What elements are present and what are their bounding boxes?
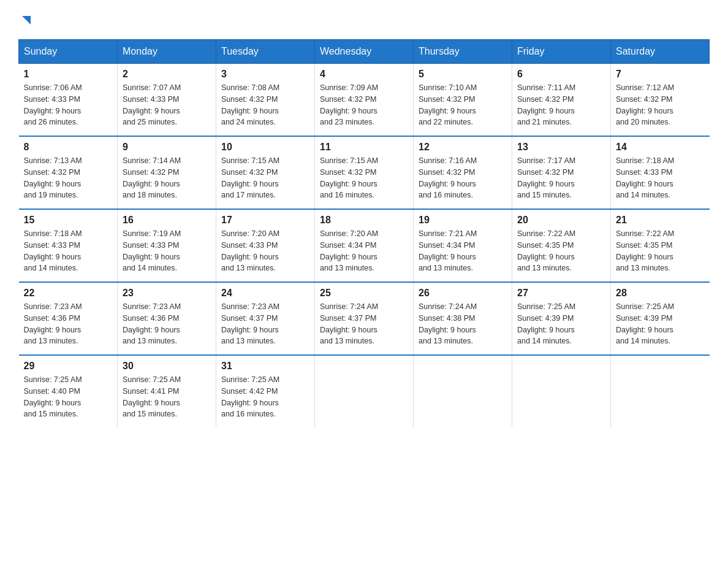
day-cell: 13 Sunrise: 7:17 AMSunset: 4:32 PMDaylig… xyxy=(512,136,611,209)
day-info: Sunrise: 7:24 AMSunset: 4:38 PMDaylight:… xyxy=(419,301,507,347)
day-cell: 5 Sunrise: 7:10 AMSunset: 4:32 PMDayligh… xyxy=(414,64,512,137)
day-cell: 2 Sunrise: 7:07 AMSunset: 4:33 PMDayligh… xyxy=(118,64,216,137)
day-cell: 1 Sunrise: 7:06 AMSunset: 4:33 PMDayligh… xyxy=(19,64,118,137)
day-cell: 31 Sunrise: 7:25 AMSunset: 4:42 PMDaylig… xyxy=(216,355,315,427)
day-cell: 28 Sunrise: 7:25 AMSunset: 4:39 PMDaylig… xyxy=(611,282,710,355)
day-cell: 23 Sunrise: 7:23 AMSunset: 4:36 PMDaylig… xyxy=(118,282,216,355)
week-row-1: 1 Sunrise: 7:06 AMSunset: 4:33 PMDayligh… xyxy=(19,64,710,137)
day-info: Sunrise: 7:22 AMSunset: 4:35 PMDaylight:… xyxy=(616,228,705,274)
day-cell: 24 Sunrise: 7:23 AMSunset: 4:37 PMDaylig… xyxy=(216,282,315,355)
day-info: Sunrise: 7:25 AMSunset: 4:39 PMDaylight:… xyxy=(616,301,705,347)
day-number: 22 xyxy=(24,288,113,299)
day-cell: 18 Sunrise: 7:20 AMSunset: 4:34 PMDaylig… xyxy=(315,209,414,282)
header-cell-friday: Friday xyxy=(512,40,611,64)
day-info: Sunrise: 7:25 AMSunset: 4:42 PMDaylight:… xyxy=(221,374,309,420)
day-number: 17 xyxy=(221,215,309,226)
day-cell: 16 Sunrise: 7:19 AMSunset: 4:33 PMDaylig… xyxy=(118,209,216,282)
day-cell xyxy=(611,355,710,427)
day-number: 14 xyxy=(616,142,705,153)
week-row-5: 29 Sunrise: 7:25 AMSunset: 4:40 PMDaylig… xyxy=(19,355,710,427)
week-row-3: 15 Sunrise: 7:18 AMSunset: 4:33 PMDaylig… xyxy=(19,209,710,282)
day-info: Sunrise: 7:13 AMSunset: 4:32 PMDaylight:… xyxy=(24,155,113,201)
day-number: 25 xyxy=(320,288,408,299)
day-number: 29 xyxy=(24,361,113,372)
logo-triangle-icon xyxy=(20,13,33,27)
day-info: Sunrise: 7:22 AMSunset: 4:35 PMDaylight:… xyxy=(517,228,605,274)
day-number: 23 xyxy=(123,288,211,299)
day-info: Sunrise: 7:23 AMSunset: 4:36 PMDaylight:… xyxy=(123,301,211,347)
day-info: Sunrise: 7:24 AMSunset: 4:37 PMDaylight:… xyxy=(320,301,408,347)
day-info: Sunrise: 7:16 AMSunset: 4:32 PMDaylight:… xyxy=(419,155,507,201)
day-number: 6 xyxy=(517,69,605,80)
day-number: 20 xyxy=(517,215,605,226)
day-cell: 12 Sunrise: 7:16 AMSunset: 4:32 PMDaylig… xyxy=(414,136,512,209)
day-cell: 29 Sunrise: 7:25 AMSunset: 4:40 PMDaylig… xyxy=(19,355,118,427)
day-info: Sunrise: 7:23 AMSunset: 4:36 PMDaylight:… xyxy=(24,301,113,347)
day-info: Sunrise: 7:07 AMSunset: 4:33 PMDaylight:… xyxy=(123,82,211,128)
day-cell: 21 Sunrise: 7:22 AMSunset: 4:35 PMDaylig… xyxy=(611,209,710,282)
day-info: Sunrise: 7:20 AMSunset: 4:34 PMDaylight:… xyxy=(320,228,408,274)
day-number: 8 xyxy=(24,142,113,153)
day-number: 7 xyxy=(616,69,705,80)
day-number: 9 xyxy=(123,142,211,153)
day-cell: 17 Sunrise: 7:20 AMSunset: 4:33 PMDaylig… xyxy=(216,209,315,282)
day-cell: 26 Sunrise: 7:24 AMSunset: 4:38 PMDaylig… xyxy=(414,282,512,355)
day-cell xyxy=(512,355,611,427)
header-cell-tuesday: Tuesday xyxy=(216,40,315,64)
calendar-table: SundayMondayTuesdayWednesdayThursdayFrid… xyxy=(18,39,710,427)
day-cell: 9 Sunrise: 7:14 AMSunset: 4:32 PMDayligh… xyxy=(118,136,216,209)
day-number: 15 xyxy=(24,215,113,226)
day-info: Sunrise: 7:15 AMSunset: 4:32 PMDaylight:… xyxy=(320,155,408,201)
day-cell: 6 Sunrise: 7:11 AMSunset: 4:32 PMDayligh… xyxy=(512,64,611,137)
day-cell: 4 Sunrise: 7:09 AMSunset: 4:32 PMDayligh… xyxy=(315,64,414,137)
day-info: Sunrise: 7:06 AMSunset: 4:33 PMDaylight:… xyxy=(24,82,113,128)
day-number: 3 xyxy=(221,69,309,80)
day-cell: 27 Sunrise: 7:25 AMSunset: 4:39 PMDaylig… xyxy=(512,282,611,355)
day-number: 27 xyxy=(517,288,605,299)
day-info: Sunrise: 7:25 AMSunset: 4:39 PMDaylight:… xyxy=(517,301,605,347)
day-cell: 11 Sunrise: 7:15 AMSunset: 4:32 PMDaylig… xyxy=(315,136,414,209)
day-number: 2 xyxy=(123,69,211,80)
day-info: Sunrise: 7:09 AMSunset: 4:32 PMDaylight:… xyxy=(320,82,408,128)
day-info: Sunrise: 7:20 AMSunset: 4:33 PMDaylight:… xyxy=(221,228,309,274)
day-info: Sunrise: 7:25 AMSunset: 4:41 PMDaylight:… xyxy=(123,374,211,420)
day-cell: 30 Sunrise: 7:25 AMSunset: 4:41 PMDaylig… xyxy=(118,355,216,427)
day-info: Sunrise: 7:21 AMSunset: 4:34 PMDaylight:… xyxy=(419,228,507,274)
day-number: 18 xyxy=(320,215,408,226)
week-row-2: 8 Sunrise: 7:13 AMSunset: 4:32 PMDayligh… xyxy=(19,136,710,209)
svg-marker-0 xyxy=(22,16,31,25)
calendar-header: SundayMondayTuesdayWednesdayThursdayFrid… xyxy=(19,40,710,64)
day-info: Sunrise: 7:25 AMSunset: 4:40 PMDaylight:… xyxy=(24,374,113,420)
day-info: Sunrise: 7:23 AMSunset: 4:37 PMDaylight:… xyxy=(221,301,309,347)
day-number: 31 xyxy=(221,361,309,372)
day-cell: 15 Sunrise: 7:18 AMSunset: 4:33 PMDaylig… xyxy=(19,209,118,282)
day-number: 16 xyxy=(123,215,211,226)
header-cell-thursday: Thursday xyxy=(414,40,512,64)
header-cell-sunday: Sunday xyxy=(19,40,118,64)
day-number: 26 xyxy=(419,288,507,299)
day-info: Sunrise: 7:08 AMSunset: 4:32 PMDaylight:… xyxy=(221,82,309,128)
day-number: 30 xyxy=(123,361,211,372)
day-info: Sunrise: 7:10 AMSunset: 4:32 PMDaylight:… xyxy=(419,82,507,128)
day-cell xyxy=(414,355,512,427)
day-number: 13 xyxy=(517,142,605,153)
day-cell: 14 Sunrise: 7:18 AMSunset: 4:33 PMDaylig… xyxy=(611,136,710,209)
day-cell: 3 Sunrise: 7:08 AMSunset: 4:32 PMDayligh… xyxy=(216,64,315,137)
day-cell: 19 Sunrise: 7:21 AMSunset: 4:34 PMDaylig… xyxy=(414,209,512,282)
day-cell: 7 Sunrise: 7:12 AMSunset: 4:32 PMDayligh… xyxy=(611,64,710,137)
calendar-body: 1 Sunrise: 7:06 AMSunset: 4:33 PMDayligh… xyxy=(19,64,710,428)
day-number: 5 xyxy=(419,69,507,80)
day-info: Sunrise: 7:17 AMSunset: 4:32 PMDaylight:… xyxy=(517,155,605,201)
day-info: Sunrise: 7:18 AMSunset: 4:33 PMDaylight:… xyxy=(24,228,113,274)
day-number: 21 xyxy=(616,215,705,226)
day-number: 12 xyxy=(419,142,507,153)
header-cell-monday: Monday xyxy=(118,40,216,64)
day-cell: 20 Sunrise: 7:22 AMSunset: 4:35 PMDaylig… xyxy=(512,209,611,282)
logo xyxy=(18,12,33,27)
day-cell xyxy=(315,355,414,427)
header-cell-wednesday: Wednesday xyxy=(315,40,414,64)
day-number: 19 xyxy=(419,215,507,226)
day-number: 1 xyxy=(24,69,113,80)
day-number: 28 xyxy=(616,288,705,299)
day-cell: 25 Sunrise: 7:24 AMSunset: 4:37 PMDaylig… xyxy=(315,282,414,355)
